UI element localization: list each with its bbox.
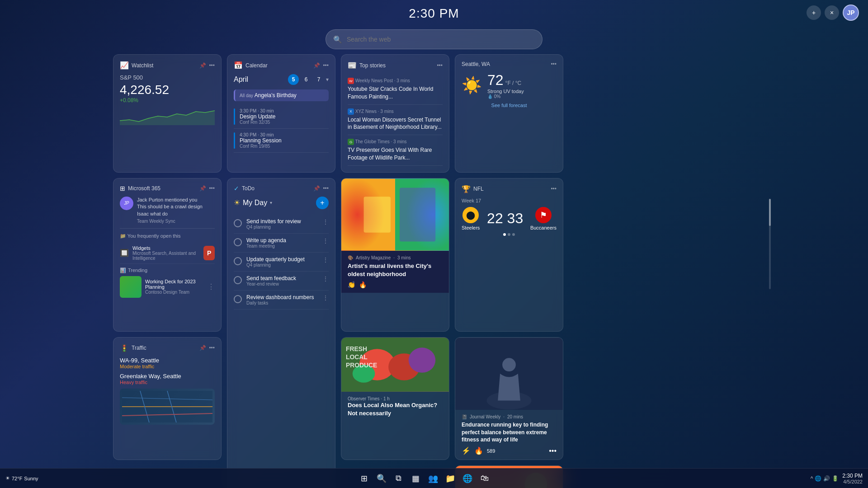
cal-chevron[interactable]: ▾ [326,76,329,83]
more-icon[interactable]: ••• [209,62,215,69]
add-todo-button[interactable]: + [316,197,329,209]
nfl-more[interactable]: ••• [551,186,557,192]
topstories-more[interactable]: ••• [437,62,443,69]
nfl-title: NFL [473,186,484,192]
mention-action: mentioned you [165,197,197,202]
svg-rect-10 [400,188,435,241]
teams-button[interactable]: 👥 [426,471,440,486]
traffic-widget: 🚦 Traffic 📌 ••• WA-99, Seattle Moderate … [113,337,222,460]
artist-widget[interactable]: 🎨 Artistry Magazine · 3 mins Artist's mu… [341,178,449,332]
trending-more[interactable]: ⋮ [208,282,215,291]
volume-icon[interactable]: 🔊 [823,475,830,482]
todo-pin[interactable]: 📌 [313,185,320,192]
chevron-up-icon[interactable]: ^ [811,475,813,482]
nfl-week: Week 17 [462,198,557,203]
traffic-more[interactable]: ••• [209,345,215,351]
todo-more[interactable]: ••• [323,185,329,192]
todo-widget: ✓ ToDo 📌 ••• ☀ My Day ▾ + Send invites f… [227,178,335,488]
todo-item-3: Update quarterly budget Q4 planning ⋮ [234,253,329,272]
mention-message: This should be a crawl design Isaac what… [137,203,215,217]
stock-value: 4,226.52 [120,83,215,97]
search-taskbar-button[interactable]: 🔍 [374,471,389,486]
nfl-score: 22 33 [487,210,523,227]
frequent-label: 📁 You frequently open this [120,233,215,239]
cal-nav: 5 6 7 ▾ [288,74,329,85]
todo-item-more-1[interactable]: ⋮ [322,218,329,225]
buccaneers-name: Buccaneers [530,225,557,230]
store-button[interactable]: 🛍 [477,471,492,486]
artist-title: Artist's mural livens the City's oldest … [348,262,443,278]
produce-overlay: Observer Times · 1 h Does Local Also Mea… [341,392,449,422]
taskbar-weather[interactable]: ☀ 72°F Sunny [5,475,38,481]
powerpoint-icon: P [203,246,215,260]
news-3-title: TV Presenter Goes Viral With Rare Footag… [348,146,443,162]
produce-time: 1 h [383,396,390,401]
cal-pin[interactable]: 📌 [313,62,320,69]
cal-event-1-name: Design Update [240,113,275,120]
taskbar-clock[interactable]: 2:30 PM 4/5/2022 [842,473,863,484]
nfl-team-steelers: ⬤ Steelers [462,207,480,230]
taskbar-weather-temp: 72°F [12,476,22,481]
news-2-meta: X XYZ News · 3 mins [348,108,443,115]
search-input[interactable] [347,36,535,43]
explorer-button[interactable]: 📁 [443,471,458,486]
steelers-logo: ⬤ [462,207,479,223]
mention-section: JP Jack Purton mentioned you This should… [120,197,215,229]
cal-more[interactable]: ••• [323,62,329,69]
todo-item-more-4[interactable]: ⋮ [322,275,329,282]
cal-day-5[interactable]: 5 [288,74,299,85]
event-1-duration: 30 min [260,108,274,113]
pin-icon[interactable]: 📌 [199,62,206,69]
watchlist-title: Watchlist [132,62,153,69]
network-icon[interactable]: 🌐 [815,475,821,482]
widgets-button[interactable]: ▦ [409,471,423,486]
task-view-button[interactable]: ⧉ [392,471,406,486]
news-item-3[interactable]: G The Globe Times · 3 mins TV Presenter … [348,135,443,166]
journal-more[interactable]: ••• [549,447,557,455]
produce-widget[interactable]: FRESH LOCAL PRODUCE Observer Times · 1 h… [341,337,449,460]
scroll-thumb[interactable] [769,199,771,226]
todo-icon: ✓ [234,185,239,192]
search-icon: 🔍 [333,35,342,44]
todo-item-more-2[interactable]: ⋮ [322,237,329,244]
myday-chevron[interactable]: ▾ [270,200,272,205]
user-avatar[interactable]: JP [843,5,859,21]
start-button[interactable]: ⊞ [357,471,372,486]
todo-check-2[interactable] [234,238,242,246]
collapse-button[interactable]: × [825,5,839,20]
add-widget-button[interactable]: + [807,5,821,20]
traffic-pin[interactable]: 📌 [199,345,206,351]
m365-pin-icon[interactable]: 📌 [199,185,206,192]
weather-forecast-link[interactable]: See full forecast [462,103,557,108]
weather-more[interactable]: ••• [551,61,557,67]
weather-header: Seattle, WA ••• [462,61,557,67]
trending-title: Working Deck for 2023 Planning [145,279,215,290]
journal-image [455,338,563,410]
route-1-status: Moderate traffic [120,364,215,369]
todo-check-4[interactable] [234,276,242,284]
todo-check-1[interactable] [234,219,242,227]
trending-icon: 📊 [120,267,126,273]
todo-check-5[interactable] [234,295,242,303]
todo-item-more-3[interactable]: ⋮ [322,256,329,263]
news-item-1[interactable]: W Weekly News Post · 3 mins Youtube Star… [348,74,443,105]
cal-event-bar [234,108,235,125]
journal-widget[interactable]: 📓 Journal Weekly · 20 mins Endurance run… [455,337,563,460]
news-1-meta: W Weekly News Post · 3 mins [348,78,443,84]
cal-day-6[interactable]: 6 [301,74,311,85]
cal-day-7[interactable]: 7 [313,74,324,85]
todo-item-more-5[interactable]: ⋮ [322,294,329,301]
event-2-duration: 30 min [260,132,274,137]
trending-item[interactable]: Working Deck for 2023 Planning Contoso D… [120,276,215,298]
edge-button[interactable]: 🌐 [460,471,475,486]
news-item-2[interactable]: X XYZ News · 3 mins Local Woman Discover… [348,105,443,136]
produce-image: FRESH LOCAL PRODUCE [341,338,449,392]
stock-change: +0.08% [120,97,215,103]
widgets-item[interactable]: 🔲 Widgets Microsoft Search, Assistant an… [120,243,215,264]
battery-icon[interactable]: 🔋 [832,475,839,482]
journal-title: Endurance running key to finding perfect… [462,421,557,444]
news-1-time: 3 mins [396,78,410,83]
event-2-time: 4:30 PM [240,132,256,137]
m365-more-icon[interactable]: ••• [209,185,215,192]
todo-check-3[interactable] [234,257,242,265]
